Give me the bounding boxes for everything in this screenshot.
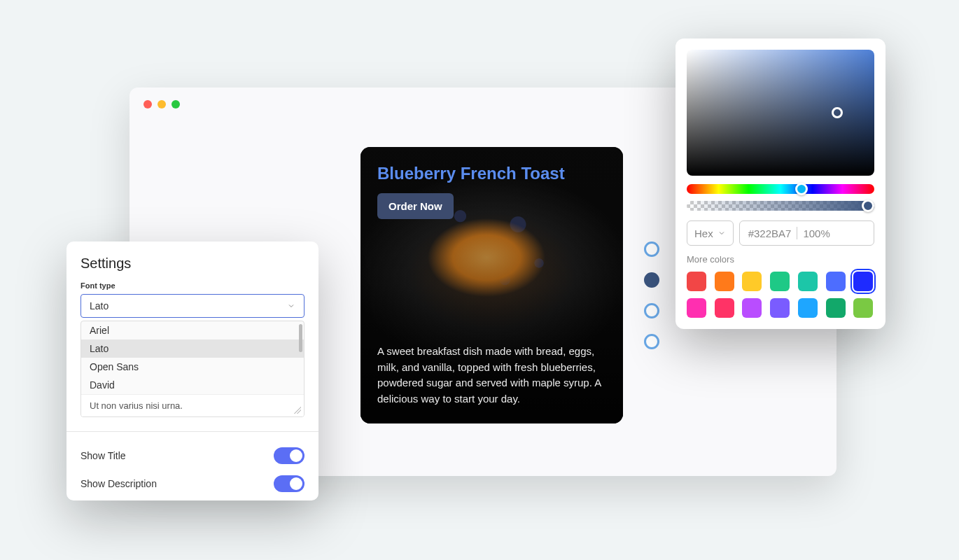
color-picker-panel: Hex #322BA7 100% More colors [676, 38, 886, 329]
color-swatch[interactable] [715, 298, 734, 318]
color-swatch[interactable] [853, 298, 873, 318]
show-description-toggle[interactable] [274, 475, 304, 492]
hex-value: #322BA7 [748, 227, 792, 239]
recipe-title: Blueberry French Toast [377, 164, 606, 183]
hex-input[interactable]: #322BA7 100% [739, 220, 874, 246]
font-option[interactable]: David [81, 376, 304, 394]
saturation-cursor-icon[interactable] [832, 107, 843, 118]
pagination-dot-active[interactable] [644, 272, 659, 288]
divider [66, 431, 318, 432]
color-swatch[interactable] [798, 272, 818, 291]
window-minimize-icon[interactable] [158, 100, 166, 108]
recipe-card: Blueberry French Toast Order Now A sweet… [360, 147, 623, 424]
more-colors-label: More colors [687, 254, 874, 265]
color-swatch[interactable] [770, 272, 790, 291]
window-close-icon[interactable] [144, 100, 152, 108]
chevron-down-icon [287, 302, 295, 310]
color-swatch[interactable] [770, 298, 790, 318]
color-swatch[interactable] [687, 298, 706, 318]
font-type-select[interactable]: Lato [80, 294, 304, 318]
show-description-label: Show Description [80, 478, 157, 489]
toggle-row: Show Title [80, 442, 304, 470]
order-now-button[interactable]: Order Now [377, 193, 454, 219]
settings-title: Settings [80, 255, 304, 272]
show-title-label: Show Title [80, 450, 126, 461]
color-swatch[interactable] [742, 272, 762, 291]
color-swatch[interactable] [798, 298, 818, 318]
window-maximize-icon[interactable] [172, 100, 180, 108]
recipe-description: A sweet breakfast dish made with bread, … [377, 344, 606, 407]
toggle-row: Show Description [80, 470, 304, 498]
font-type-label: Font type [80, 281, 304, 290]
font-option[interactable]: Open Sans [81, 358, 304, 376]
settings-panel: Settings Font type Lato Ariel Lato Open … [66, 241, 318, 500]
color-swatch[interactable] [826, 272, 846, 291]
alpha-cursor-icon[interactable] [862, 200, 874, 212]
font-type-value: Lato [90, 300, 108, 312]
color-swatch[interactable] [853, 272, 873, 291]
color-swatch[interactable] [687, 272, 706, 291]
font-option[interactable]: Ariel [81, 321, 304, 340]
pagination-dot[interactable] [644, 334, 659, 349]
color-swatch[interactable] [715, 272, 734, 291]
saturation-picker[interactable] [687, 50, 874, 176]
swatch-grid [687, 272, 874, 318]
color-format-select[interactable]: Hex [687, 220, 734, 246]
description-textarea[interactable]: Ut non varius nisi urna. [81, 394, 304, 416]
color-swatch[interactable] [742, 298, 762, 318]
opacity-value: 100% [803, 227, 830, 239]
font-type-dropdown: Ariel Lato Open Sans David Ut non varius… [80, 321, 304, 417]
show-title-toggle[interactable] [274, 447, 304, 464]
color-swatch[interactable] [826, 298, 846, 318]
chevron-down-icon [718, 229, 726, 237]
recipe-content: Blueberry French Toast Order Now A sweet… [360, 147, 623, 424]
pagination-dot[interactable] [644, 303, 659, 318]
pagination-dots [644, 241, 659, 349]
font-option-selected[interactable]: Lato [81, 340, 304, 358]
divider [797, 227, 797, 239]
hue-cursor-icon[interactable] [795, 183, 808, 195]
hue-slider[interactable] [687, 184, 874, 194]
color-inputs-row: Hex #322BA7 100% [687, 220, 874, 246]
pagination-dot[interactable] [644, 241, 659, 257]
color-format-value: Hex [694, 227, 713, 239]
alpha-slider[interactable] [687, 201, 874, 211]
